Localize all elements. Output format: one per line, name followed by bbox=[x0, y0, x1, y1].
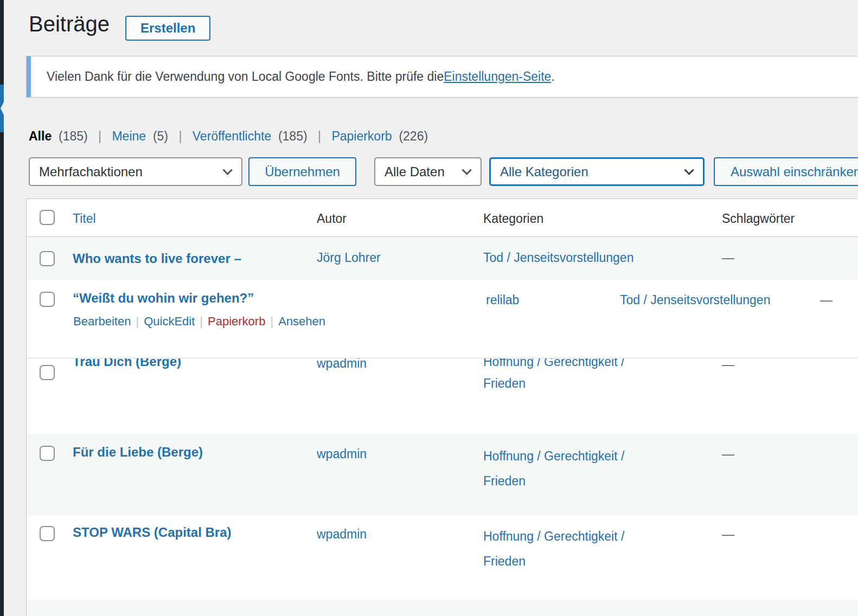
notice-text-after: . bbox=[551, 69, 554, 84]
table-row: Für die Liebe (Berge) wpadmin Hoffnung /… bbox=[27, 434, 858, 515]
categories-link[interactable]: Tod / Jenseitsvorstellungen bbox=[483, 251, 633, 265]
post-title-link[interactable]: “Weißt du wohin wir gehen?” bbox=[73, 291, 254, 305]
column-header-title[interactable]: Titel bbox=[73, 211, 96, 226]
categories-link[interactable]: Hoffnung / Gerechtigkeit / Frieden bbox=[483, 358, 657, 394]
post-title-link[interactable]: Who wants to live forever – Q bbox=[73, 251, 241, 280]
tags-empty: — bbox=[820, 293, 833, 307]
filter-all[interactable]: Alle bbox=[29, 129, 52, 143]
create-post-button[interactable]: Erstellen bbox=[125, 16, 210, 41]
next-row-stripe bbox=[27, 600, 858, 616]
bulk-actions-value: Mehrfachaktionen bbox=[39, 164, 143, 179]
column-header-categories: Kategorien bbox=[483, 211, 543, 226]
category-filter-value: Alle Kategorien bbox=[500, 164, 588, 179]
select-all-checkbox[interactable] bbox=[40, 210, 55, 225]
page-title: Beiträge bbox=[29, 12, 110, 36]
quick-edit-action-link[interactable]: QuickEdit bbox=[144, 315, 195, 328]
categories-link[interactable]: Hoffnung / Gerechtigkeit / Frieden bbox=[483, 524, 657, 574]
author-link[interactable]: relilab bbox=[486, 293, 519, 307]
column-header-author: Autor bbox=[317, 211, 347, 226]
notice-text-before: Vielen Dank für die Verwendung von Local… bbox=[47, 69, 444, 84]
admin-menu-strip bbox=[0, 0, 4, 616]
chevron-down-icon bbox=[684, 165, 694, 175]
row-checkbox[interactable] bbox=[40, 365, 55, 380]
filter-separator: | bbox=[178, 129, 182, 143]
filter-separator: | bbox=[318, 129, 321, 143]
edit-action-link[interactable]: Bearbeiten bbox=[73, 315, 131, 328]
notice-banner: Vielen Dank für die Verwendung von Local… bbox=[26, 56, 858, 98]
chevron-down-icon bbox=[222, 165, 232, 175]
notice-text: Vielen Dank für die Verwendung von Local… bbox=[47, 56, 555, 97]
filter-mine[interactable]: Meine bbox=[112, 129, 146, 143]
settings-page-link[interactable]: Einstellungen-Seite bbox=[444, 69, 551, 84]
date-filter-value: Alle Daten bbox=[385, 164, 445, 179]
table-row: Trau Dich (Berge) wpadmin Hoffnung / Ger… bbox=[27, 358, 858, 434]
author-link[interactable]: wpadmin bbox=[317, 447, 367, 461]
filter-published[interactable]: Veröffentlichte bbox=[193, 129, 271, 143]
tags-empty: — bbox=[722, 358, 734, 372]
limit-selection-button[interactable]: Auswahl einschränken bbox=[714, 157, 858, 186]
tags-empty: — bbox=[722, 447, 734, 461]
table-row: Who wants to live forever – Q Jörg Lohre… bbox=[27, 237, 858, 280]
categories-link[interactable]: Hoffnung / Gerechtigkeit / Frieden bbox=[483, 444, 657, 493]
row-checkbox[interactable] bbox=[40, 526, 55, 541]
table-toolbar: Mehrfachaktionen Übernehmen Alle Daten A… bbox=[0, 157, 858, 186]
author-link[interactable]: Jörg Lohrer bbox=[317, 251, 381, 265]
post-title-link[interactable]: STOP WARS (Capital Bra) bbox=[73, 525, 232, 540]
filter-trash[interactable]: Papierkorb bbox=[331, 129, 392, 143]
post-title-link[interactable]: Trau Dich (Berge) bbox=[73, 358, 181, 369]
row-checkbox[interactable] bbox=[40, 292, 55, 307]
posts-table: Titel Autor Kategorien Schlagwörter Who … bbox=[26, 198, 858, 616]
current-item-arrow-icon bbox=[1, 94, 8, 123]
author-link[interactable]: wpadmin bbox=[317, 527, 367, 542]
chevron-down-icon bbox=[462, 165, 471, 175]
post-title-link[interactable]: Für die Liebe (Berge) bbox=[73, 445, 203, 459]
status-filter-list: Alle (185) | Meine (5) | Veröffentlichte… bbox=[29, 129, 428, 144]
category-filter-select[interactable]: Alle Kategorien bbox=[489, 157, 705, 186]
admin-menu-current-item[interactable] bbox=[0, 85, 4, 132]
date-filter-select[interactable]: Alle Daten bbox=[374, 157, 482, 186]
tags-empty: — bbox=[722, 251, 734, 265]
trash-action-link[interactable]: Papierkorb bbox=[208, 315, 265, 328]
row-checkbox[interactable] bbox=[40, 446, 55, 461]
filter-separator: | bbox=[98, 129, 101, 143]
table-row: STOP WARS (Capital Bra) wpadmin Hoffnung… bbox=[27, 515, 858, 599]
column-header-tags: Schlagwörter bbox=[722, 211, 795, 226]
author-link[interactable]: wpadmin bbox=[317, 358, 367, 374]
notice-accent-bar bbox=[27, 56, 31, 97]
row-actions: Bearbeiten|QuickEdit|Papierkorb|Ansehen bbox=[73, 315, 325, 329]
tags-empty: — bbox=[722, 527, 734, 542]
categories-link[interactable]: Tod / Jenseitsvorstellungen bbox=[620, 293, 770, 307]
view-action-link[interactable]: Ansehen bbox=[278, 315, 325, 328]
apply-button[interactable]: Übernehmen bbox=[248, 157, 356, 186]
table-row: “Weißt du wohin wir gehen?” relilab Tod … bbox=[27, 280, 858, 358]
row-checkbox[interactable] bbox=[40, 251, 55, 266]
bulk-actions-select[interactable]: Mehrfachaktionen bbox=[29, 157, 242, 186]
table-header-row: Titel Autor Kategorien Schlagwörter bbox=[27, 199, 858, 237]
